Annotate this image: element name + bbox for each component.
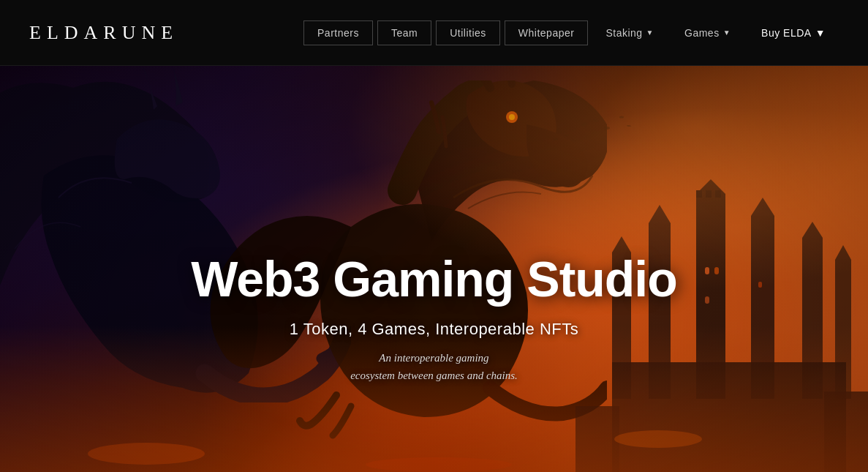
chevron-down-icon: ▼: [646, 29, 654, 37]
hero-title: Web3 Gaming Studio: [178, 252, 690, 307]
staking-dropdown[interactable]: Staking ▼: [592, 21, 667, 45]
games-dropdown[interactable]: Games ▼: [671, 21, 744, 45]
chevron-down-icon: ▼: [815, 27, 826, 39]
nav-item-whitepaper[interactable]: Whitepaper: [505, 20, 589, 45]
nav-item-utilities[interactable]: Utilities: [436, 20, 500, 45]
hero-subtitle: 1 Token, 4 Games, Interoperable NFTs: [178, 320, 690, 339]
logo[interactable]: ELDARUNE: [29, 22, 178, 44]
nav-links: Partners Team Utilities Whitepaper Staki…: [303, 20, 839, 45]
buy-elda-button[interactable]: Buy ELDA ▼: [748, 21, 839, 45]
hero-description: An interoperable gaming ecosystem betwee…: [178, 349, 690, 384]
hero-section: Web3 Gaming Studio 1 Token, 4 Games, Int…: [0, 66, 868, 472]
nav-item-partners[interactable]: Partners: [303, 20, 373, 45]
chevron-down-icon: ▼: [723, 29, 731, 37]
navbar: ELDARUNE Partners Team Utilities Whitepa…: [0, 0, 868, 66]
hero-content: Web3 Gaming Studio 1 Token, 4 Games, Int…: [178, 252, 690, 384]
nav-item-team[interactable]: Team: [377, 20, 431, 45]
